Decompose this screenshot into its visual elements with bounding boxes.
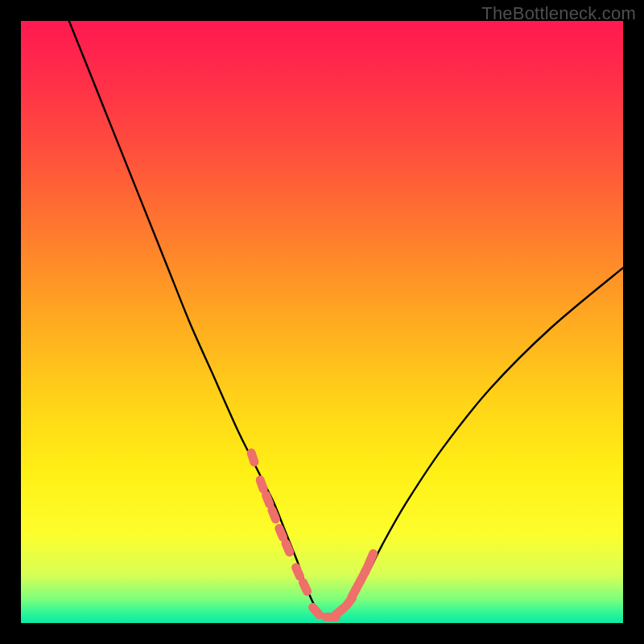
highlight-bead: [369, 554, 374, 563]
watermark-text: TheBottleneck.com: [481, 3, 636, 24]
highlight-bead: [279, 528, 283, 537]
highlight-bead: [266, 495, 270, 504]
highlight-bead: [296, 568, 300, 576]
highlight-bead: [272, 510, 276, 519]
highlight-bead: [260, 480, 263, 489]
chart-svg: [21, 21, 623, 623]
highlight-bead: [251, 453, 254, 462]
bottleneck-curve-path: [69, 21, 623, 617]
plot-area: [21, 21, 623, 623]
highlight-markers: [251, 453, 374, 617]
highlight-bead: [336, 608, 344, 614]
highlight-bead: [303, 583, 308, 592]
outer-frame: TheBottleneck.com: [0, 0, 644, 644]
highlight-bead: [313, 608, 320, 615]
highlight-bead: [286, 543, 290, 552]
